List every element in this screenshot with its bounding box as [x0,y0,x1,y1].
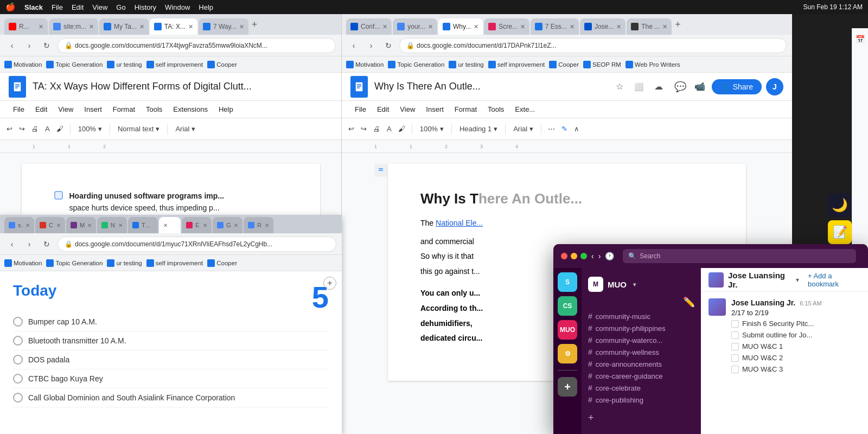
bm-urtesting-mid[interactable]: ur testing [449,61,483,68]
redo-btn-left[interactable]: ↪ [17,122,27,137]
slack-channel-community-wellness[interactable]: # community-wellness [582,346,700,358]
bm-cooper-third[interactable]: Cooper [207,259,237,267]
more-options-btn-mid[interactable]: ⋯ [546,122,557,137]
font-select-left[interactable]: Arial ▾ [172,122,199,137]
window-menu[interactable]: Window [165,3,190,11]
bm-urtesting-third[interactable]: ur testing [107,259,142,267]
tab-close-n[interactable]: ✕ [118,222,123,228]
bookmark-self[interactable]: self improvement [146,61,203,68]
maximize-traffic-dot[interactable] [580,253,587,259]
bookmark-motivation[interactable]: Motivation [4,61,42,68]
menu-format-mid[interactable]: Format [450,103,481,116]
address-input-mid[interactable]: 🔒 docs.google.com/document/d/17DAPnk71l1… [399,38,787,53]
menu-view-left[interactable]: View [54,103,78,116]
slack-channel-community-philippines[interactable]: # community-philippines [582,322,700,334]
bookmark-topic[interactable]: Topic Generation [46,61,103,68]
bm-motivation-third[interactable]: Motivation [4,259,42,267]
video-btn-mid[interactable]: 📹 [692,79,707,94]
bm-webpro-mid[interactable]: Web Pro Writers [626,61,680,68]
tab-n[interactable]: N... ✕ [97,217,127,233]
tab-close-the[interactable]: ✕ [662,23,667,30]
slack-channel-core-career[interactable]: # core-career-guidance [582,370,700,382]
tab-conf[interactable]: Conf... ✕ [346,18,392,35]
back-btn-third[interactable]: ‹ [5,238,18,251]
font-select-mid[interactable]: Arial ▾ [510,122,537,137]
tab-close-ta[interactable]: ✕ [188,23,193,30]
dm-task-checkbox-4[interactable] [731,354,739,362]
tab-active-third[interactable]: ✕ [159,217,181,233]
spellcheck-btn-left[interactable]: A [43,122,52,137]
close-traffic-dot[interactable] [561,253,567,259]
tab-ci[interactable]: Ci... ✕ [35,217,65,233]
tab-your[interactable]: your... ✕ [393,18,437,35]
address-input-left[interactable]: 🔒 docs.google.com/document/d/17X4tjwgFav… [58,38,336,53]
slack-forward-btn[interactable]: › [598,252,601,260]
tab-close-7ways[interactable]: ✕ [239,23,244,30]
bm-self-mid[interactable]: self improvement [488,61,545,68]
drive-btn-mid[interactable]: ⬜ [631,79,647,94]
zoom-select-mid[interactable]: 100% ▾ [417,122,447,137]
tab-close-g[interactable]: ✕ [89,23,94,30]
slack-history-btn[interactable]: 🕐 [605,252,614,260]
bm-self-third[interactable]: self improvement [146,259,203,267]
menu-view-mid[interactable]: View [395,103,419,116]
forward-btn-left[interactable]: › [23,39,36,52]
tab-close-7ess[interactable]: ✕ [570,23,575,30]
share-btn-mid[interactable]: 👤 Share [712,79,762,94]
menu-edit-mid[interactable]: Edit [373,103,393,116]
bm-motivation-mid[interactable]: Motivation [346,61,384,68]
tab-7ess[interactable]: 7 Ess... ✕ [531,18,579,35]
menu-insert-left[interactable]: Insert [80,103,106,116]
menu-format-left[interactable]: Format [108,103,139,116]
tab-close-jose[interactable]: ✕ [616,23,621,30]
tab-close-x[interactable]: ✕ [163,222,168,228]
tab-ri[interactable]: Ri... ✕ [244,217,273,233]
checkbox-1[interactable] [13,317,23,327]
dm-task-checkbox-3[interactable] [731,343,739,350]
add-bookmark-btn[interactable]: + Add a bookmark [808,272,860,288]
dm-task-checkbox-5[interactable] [731,366,739,373]
slack-app-cs[interactable]: CS [558,296,577,316]
star-btn-mid[interactable]: ☆ [612,79,627,94]
compose-btn[interactable]: ✏️ [683,296,695,308]
editing-mode-btn-mid[interactable]: ✎ [559,122,570,137]
textstyle-select-left[interactable]: Normal text ▾ [114,122,163,137]
back-btn-mid[interactable]: ‹ [347,39,360,52]
slack-channel-core-publishing[interactable]: # core-publishing [582,394,700,406]
new-tab-btn[interactable]: + [252,19,258,30]
spellcheck-btn-mid[interactable]: A [385,122,394,137]
print-btn-mid[interactable]: 🖨 [371,122,382,137]
slack-app-muo[interactable]: MUO [558,320,577,340]
slack-channel-core-celebrate[interactable]: # core-celebrate [582,382,700,394]
cloud-btn-mid[interactable]: ☁ [651,79,666,94]
tab-er[interactable]: Er... ✕ [182,217,212,233]
file-menu[interactable]: File [52,3,63,11]
bm-cooper-mid[interactable]: Cooper [549,61,579,68]
menu-help-left[interactable]: Help [214,103,238,116]
menu-tools-left[interactable]: Tools [142,103,167,116]
slack-app-wheel[interactable]: ⚙ [558,344,577,363]
go-menu[interactable]: Go [116,3,125,11]
bookmark-cooper[interactable]: Cooper [207,61,237,68]
view-menu[interactable]: View [92,3,107,11]
tab-the[interactable]: The ... ✕ [627,18,672,35]
bm-topic-third[interactable]: Topic Generation [46,259,103,267]
tab-close-your[interactable]: ✕ [428,23,433,30]
undo-btn-mid[interactable]: ↩ [346,122,356,137]
address-input-third[interactable]: 🔒 docs.google.com/document/d/1myuc71XRnl… [58,237,336,252]
slack-app-name[interactable]: Slack [24,3,43,11]
minimize-traffic-dot[interactable] [571,253,577,259]
forward-btn-mid[interactable]: › [365,39,378,52]
tab-ta3[interactable]: TA... [128,217,158,233]
collapse-toolbar-btn-mid[interactable]: ∧ [572,122,582,137]
history-menu[interactable]: History [135,3,156,11]
user-avatar-mid[interactable]: J [766,78,783,95]
tab-close-yt[interactable]: ✕ [39,23,43,30]
menu-extensions-left[interactable]: Extensions [169,103,212,116]
paintformat-btn-mid[interactable]: 🖌 [396,122,407,137]
tab-why-active[interactable]: Why... ✕ [438,18,483,35]
tab-close-si[interactable]: ✕ [25,222,30,228]
tab-close-ri[interactable]: ✕ [265,222,269,228]
tab-m[interactable]: M... ✕ [66,217,96,233]
slack-channel-community-music[interactable]: # community-music [582,310,700,322]
